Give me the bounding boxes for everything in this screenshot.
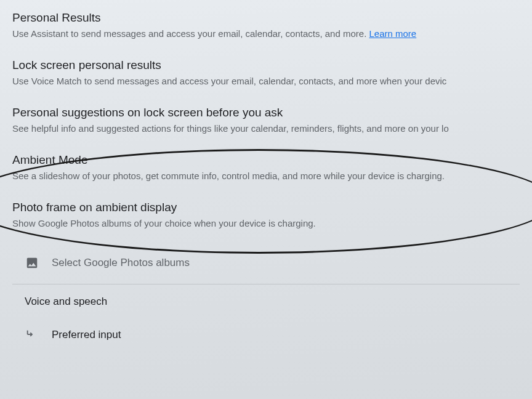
setting-photo-frame[interactable]: Photo frame on ambient display Show Goog… — [12, 201, 520, 230]
photo-album-icon — [25, 256, 39, 270]
photo-frame-desc: Show Google Photos albums of your choice… — [12, 217, 520, 230]
photo-frame-title: Photo frame on ambient display — [12, 201, 520, 214]
setting-ambient-mode[interactable]: Ambient Mode See a slideshow of your pho… — [12, 153, 520, 182]
setting-lock-screen-personal-results[interactable]: Lock screen personal results Use Voice M… — [12, 58, 520, 87]
lock-screen-title: Lock screen personal results — [12, 58, 520, 72]
lock-screen-desc: Use Voice Match to send messages and acc… — [12, 75, 520, 87]
ambient-mode-desc: See a slideshow of your photos, get comm… — [12, 169, 520, 182]
personal-results-title: Personal Results — [12, 11, 520, 25]
preferred-input-label: Preferred input — [52, 329, 121, 341]
setting-personal-results[interactable]: Personal Results Use Assistant to send m… — [12, 11, 520, 40]
preferred-input-row[interactable]: Preferred input — [12, 320, 520, 350]
learn-more-link[interactable]: Learn more — [369, 28, 416, 39]
voice-speech-header: Voice and speech — [12, 296, 520, 308]
input-icon — [25, 328, 39, 342]
setting-personal-suggestions[interactable]: Personal suggestions on lock screen befo… — [12, 106, 520, 135]
personal-suggestions-desc: See helpful info and suggested actions f… — [12, 122, 520, 135]
select-albums-label: Select Google Photos albums — [52, 257, 190, 269]
ambient-mode-title: Ambient Mode — [12, 153, 520, 167]
personal-results-desc-text: Use Assistant to send messages and acces… — [12, 28, 369, 39]
personal-suggestions-title: Personal suggestions on lock screen befo… — [12, 106, 520, 119]
select-google-photos-albums[interactable]: Select Google Photos albums — [12, 248, 520, 278]
divider — [12, 284, 520, 284]
personal-results-desc: Use Assistant to send messages and acces… — [12, 27, 520, 40]
